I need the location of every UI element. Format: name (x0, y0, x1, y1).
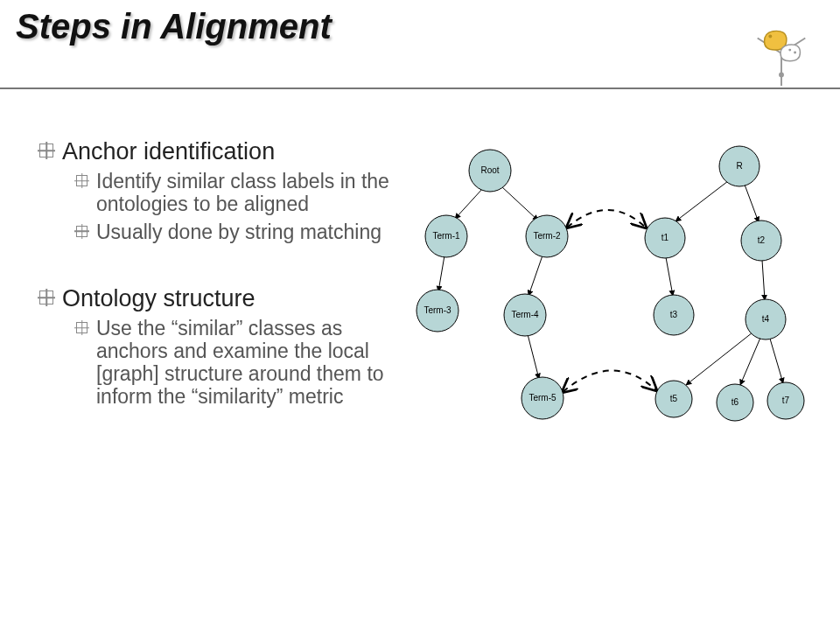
bullet-text: Usually done by string matching (96, 221, 382, 244)
node-term3: Term-3 (416, 290, 458, 332)
node-t6: t6 (717, 384, 753, 421)
svg-point-3 (794, 52, 796, 54)
bullet-text: Identify similar class labels in the ont… (96, 171, 416, 216)
node-term5: Term-5 (522, 377, 564, 419)
node-term2: Term-2 (526, 215, 568, 257)
svg-point-0 (779, 72, 784, 77)
similarity-link (563, 370, 656, 392)
node-term4: Term-4 (504, 294, 546, 336)
bullet-icon (39, 290, 53, 304)
bullet-text: Use the “similar” classes as anchors and… (96, 318, 416, 408)
svg-point-2 (788, 49, 791, 52)
svg-point-1 (768, 35, 772, 38)
logo-icon (747, 19, 816, 88)
svg-text:Term-1: Term-1 (432, 231, 460, 241)
svg-line-10 (745, 185, 759, 222)
svg-text:Term-3: Term-3 (424, 305, 452, 315)
slide-title: Steps in Alignment (16, 7, 332, 46)
bullet-icon (76, 175, 88, 186)
svg-text:Root: Root (480, 165, 499, 175)
node-r: R (719, 146, 760, 186)
svg-line-12 (762, 260, 765, 300)
svg-line-15 (770, 339, 783, 383)
svg-text:Term-4: Term-4 (511, 310, 539, 319)
svg-text:t5: t5 (670, 394, 678, 403)
svg-line-11 (666, 257, 673, 296)
similarity-link (567, 210, 646, 228)
svg-text:t6: t6 (732, 397, 739, 407)
node-t1: t1 (645, 218, 685, 258)
ontology-graph: Root Term-1 Term-2 Term-3 Term-4 Term-5 … (411, 140, 822, 455)
svg-line-14 (740, 338, 760, 385)
node-root: Root (469, 150, 511, 192)
node-t5: t5 (655, 381, 692, 417)
bullet-text: Anchor identification (62, 138, 275, 165)
bullet-icon (76, 226, 88, 237)
svg-line-5 (501, 186, 538, 220)
node-term1: Term-1 (425, 215, 467, 257)
svg-text:t4: t4 (762, 314, 770, 324)
node-t2: t2 (741, 220, 781, 261)
bullet-lvl2: Usually done by string matching (76, 221, 416, 244)
bullet-lvl2: Identify similar class labels in the ont… (76, 171, 416, 216)
node-t3: t3 (654, 295, 694, 335)
bullet-lvl1: Ontology structure (39, 285, 416, 312)
svg-line-9 (676, 181, 728, 221)
svg-text:t2: t2 (758, 235, 766, 245)
svg-line-8 (528, 334, 539, 379)
node-t7: t7 (767, 382, 804, 419)
svg-line-13 (686, 332, 752, 385)
svg-text:t3: t3 (670, 310, 678, 319)
bullet-lvl2: Use the “similar” classes as anchors and… (76, 318, 416, 408)
bullet-text: Ontology structure (62, 285, 256, 312)
svg-text:t7: t7 (782, 396, 790, 405)
svg-line-7 (528, 256, 542, 296)
bullet-icon (39, 144, 53, 158)
bullet-lvl1: Anchor identification (39, 138, 416, 165)
svg-line-4 (455, 188, 483, 219)
slide: Steps in Alignment Anchor identification… (0, 0, 840, 630)
svg-text:R: R (736, 161, 742, 171)
svg-line-6 (438, 256, 444, 291)
node-t4: t4 (746, 299, 786, 340)
svg-text:t1: t1 (662, 233, 669, 242)
svg-text:Term-2: Term-2 (533, 231, 561, 241)
bullet-icon (76, 322, 88, 333)
svg-text:Term-5: Term-5 (528, 393, 556, 402)
text-content: Anchor identification Identify similar c… (39, 122, 416, 408)
horizontal-rule (0, 88, 840, 89)
